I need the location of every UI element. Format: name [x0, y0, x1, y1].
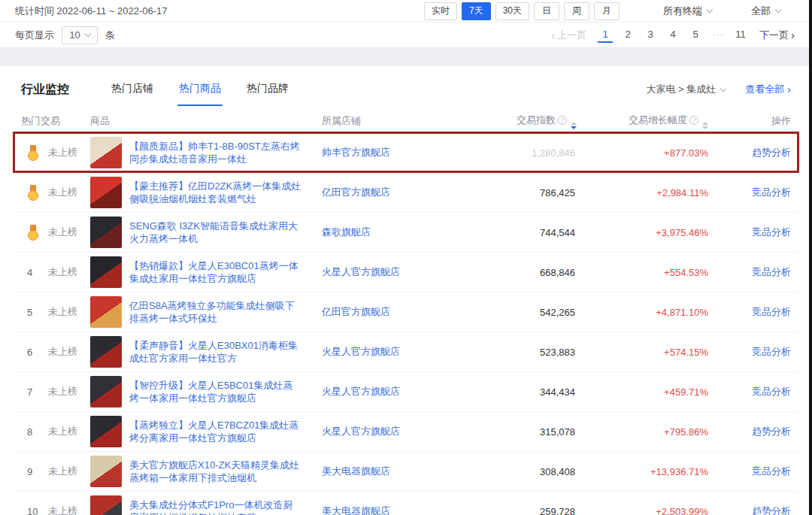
shop-link[interactable]: 美大电器旗舰店: [322, 465, 390, 477]
rank-status: 未上榜: [48, 465, 77, 478]
product-title-link[interactable]: 【智控升级】火星人E5BC01集成灶蒸烤一体家用一体灶官方旗舰店: [129, 379, 302, 404]
analysis-link[interactable]: 竞品分析: [752, 346, 791, 357]
product-image[interactable]: [90, 376, 122, 407]
view-all-link[interactable]: 查看全部 ›: [745, 83, 791, 96]
product-title-link[interactable]: 亿田S8A蒸烤独立多功能集成灶侧吸下排蒸烤一体式环保灶: [129, 299, 302, 325]
tab-hot-shops[interactable]: 热门店铺: [111, 82, 153, 97]
page-size-label: 每页显示: [15, 29, 54, 42]
shop-link[interactable]: 火星人官方旗舰店: [322, 386, 400, 397]
table-row: 3 未上榜 SENG森歌 I3ZK智能语音集成灶家用大火力蒸烤一体机 森歌旗舰店…: [14, 212, 798, 252]
product-title-link[interactable]: SENG森歌 I3ZK智能语音集成灶家用大火力蒸烤一体机: [129, 220, 302, 245]
page-number[interactable]: 4: [665, 27, 680, 43]
header-shop: 所属店铺: [322, 114, 464, 128]
product-image[interactable]: [90, 256, 122, 288]
table-body: 1 未上榜 【颜质新品】帅丰T1-8B-90ST左蒸右烤同步集成灶语音家用一体灶…: [14, 132, 798, 515]
product-title-link[interactable]: 【蒸烤独立】火星人E7BCZ01集成灶蒸烤分离家用一体灶官方旗舰店: [129, 419, 302, 444]
time-button-day[interactable]: 日: [534, 2, 559, 20]
shop-link[interactable]: 亿田官方旗舰店: [322, 186, 390, 198]
trade-index-value: 542,265: [464, 307, 577, 318]
industry-monitor-card: 行业监控 热门店铺热门商品热门品牌 大家电 > 集成灶 查看全部 › 热门交易 …: [0, 66, 812, 515]
rank-status: 未上榜: [48, 385, 77, 398]
trade-index-value: 786,425: [464, 187, 577, 198]
tab-hot-products[interactable]: 热门商品: [179, 82, 221, 97]
shop-link[interactable]: 帅丰官方旗舰店: [322, 147, 390, 158]
product-title-link[interactable]: 【热销爆款】火星人E30BC01蒸烤一体集成灶家用一体灶官方旗舰店: [129, 259, 302, 285]
table-row: 9 未上榜 美大官方旗舰店X10-ZK天猫精灵集成灶蒸烤箱一体家用下排式油烟机 …: [14, 451, 798, 491]
page-number[interactable]: 1: [598, 27, 613, 43]
medal-icon: [27, 185, 39, 201]
analysis-link[interactable]: 竞品分析: [752, 226, 791, 238]
product-image[interactable]: [90, 416, 122, 447]
page-number[interactable]: 5: [688, 27, 703, 43]
analysis-link[interactable]: 竞品分析: [752, 386, 791, 397]
shop-link[interactable]: 美大电器旗舰店: [322, 505, 390, 515]
analysis-link[interactable]: 竞品分析: [752, 186, 791, 198]
product-title-link[interactable]: 【柔声静音】火星人E30BX01消毒柜集成灶官方家用一体灶官方: [129, 339, 302, 365]
medal-icon: [27, 145, 39, 161]
product-title-link[interactable]: 【颜质新品】帅丰T1-8B-90ST左蒸右烤同步集成灶语音家用一体灶: [129, 140, 302, 165]
view-all-label: 查看全部: [745, 83, 784, 96]
terminal-dropdown[interactable]: 所有终端: [663, 5, 712, 18]
product-title-link[interactable]: 美大集成灶分体式F1Pro一体机改造厨房家用油烟机燃气灶烟灶套装: [129, 498, 302, 515]
product-image[interactable]: [90, 217, 122, 248]
scope-dropdown[interactable]: 全部: [751, 5, 780, 18]
analysis-link[interactable]: 竞品分析: [752, 465, 791, 477]
trade-index-value: 1,280,846: [464, 147, 577, 159]
product-image[interactable]: [90, 177, 122, 208]
product-image[interactable]: [90, 137, 122, 168]
header-trade-growth[interactable]: 交易增长幅度: [577, 114, 708, 129]
shop-link[interactable]: 森歌旗舰店: [322, 226, 371, 238]
chevron-down-icon: [775, 7, 781, 13]
shop-link[interactable]: 火星人官方旗舰店: [322, 426, 400, 437]
product-title-link[interactable]: 【蒙主推荐】亿田D2ZK蒸烤一体集成灶侧吸脱油烟机烟灶套装燃气灶: [129, 180, 302, 205]
page-number[interactable]: 11: [733, 27, 748, 43]
trade-growth-value: +13,936.71%: [577, 466, 708, 477]
info-icon[interactable]: [689, 116, 698, 125]
time-button-month[interactable]: 月: [594, 2, 620, 20]
trade-index-value: 259,728: [464, 506, 577, 515]
page-size-control: 每页显示 10 条: [15, 26, 115, 44]
rank-status: 未上榜: [48, 265, 77, 279]
trade-growth-value: +4,871.10%: [577, 307, 708, 318]
header-trade-index[interactable]: 交易指数: [464, 114, 577, 129]
time-button-30days[interactable]: 30天: [495, 2, 529, 20]
header-rank: 热门交易: [21, 114, 90, 128]
trade-index-value: 315,078: [464, 426, 577, 438]
analysis-link[interactable]: 趋势分析: [752, 147, 791, 158]
sort-icons[interactable]: [702, 122, 708, 129]
trade-index-value: 308,408: [464, 466, 577, 477]
analysis-link[interactable]: 趋势分析: [752, 426, 791, 437]
analysis-link[interactable]: 趋势分析: [752, 505, 791, 515]
shop-link[interactable]: 亿田官方旗舰店: [322, 306, 390, 317]
analysis-link[interactable]: 竞品分析: [752, 306, 791, 317]
product-image[interactable]: [90, 336, 122, 368]
time-button-week[interactable]: 周: [564, 2, 589, 20]
tab-hot-brands[interactable]: 热门品牌: [247, 82, 289, 97]
shop-link[interactable]: 火星人官方旗舰店: [322, 266, 400, 277]
category-breadcrumb[interactable]: 大家电 > 集成灶: [647, 83, 726, 96]
page-size-select[interactable]: 10: [62, 26, 98, 44]
page-number[interactable]: 3: [643, 27, 658, 43]
product-title-link[interactable]: 美大官方旗舰店X10-ZK天猫精灵集成灶蒸烤箱一体家用下排式油烟机: [129, 459, 302, 484]
time-button-7days[interactable]: 7天: [462, 2, 491, 20]
product-image[interactable]: [90, 296, 122, 328]
info-icon[interactable]: [558, 116, 567, 125]
prev-page-button[interactable]: ‹ 上一页: [549, 29, 586, 42]
analysis-link[interactable]: 竞品分析: [752, 266, 791, 277]
product-image[interactable]: [90, 456, 122, 487]
category-breadcrumb-label: 大家电 > 集成灶: [647, 83, 717, 96]
trade-growth-value: +459.71%: [577, 386, 708, 398]
sort-icons[interactable]: [571, 122, 577, 129]
rank-number: 7: [27, 386, 32, 398]
table-row: 6 未上榜 【柔声静音】火星人E30BX01消毒柜集成灶官方家用一体灶官方 火星…: [14, 332, 798, 371]
page-title: 行业监控: [21, 82, 69, 98]
shop-link[interactable]: 火星人官方旗舰店: [322, 346, 400, 357]
trade-growth-value: +795.86%: [577, 426, 708, 438]
next-page-button[interactable]: 下一页 ›: [759, 29, 797, 42]
page-number[interactable]: 2: [620, 27, 635, 43]
pagination-bar: 每页显示 10 条 ‹ 上一页 12345···11 下一页 ›: [0, 23, 812, 48]
trade-index-value: 523,883: [464, 347, 577, 358]
sort-desc-icon-active: [571, 126, 577, 129]
time-button-realtime[interactable]: 实时: [424, 2, 457, 20]
product-image[interactable]: [90, 495, 122, 515]
